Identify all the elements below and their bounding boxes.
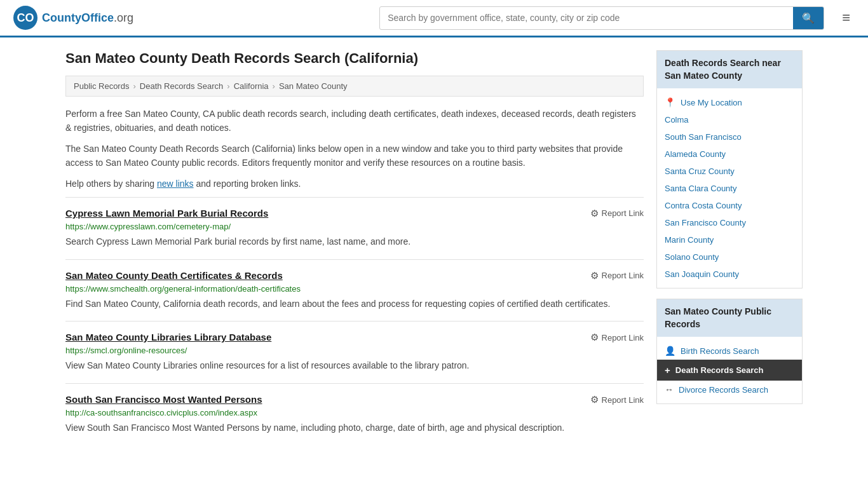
nearby-link-item-5[interactable]: Contra Costa County xyxy=(657,197,802,214)
sidebar: Death Records Search near San Mateo Coun… xyxy=(656,50,803,445)
report-icon-1: ⚙ xyxy=(590,270,599,281)
nearby-links: 📍 Use My Location ColmaSouth San Francis… xyxy=(657,88,802,288)
result-url-2: https://smcl.org/online-resources/ xyxy=(65,346,644,355)
result-item: South San Francisco Most Wanted Persons … xyxy=(65,383,644,445)
nearby-link-1[interactable]: South San Francisco xyxy=(665,132,742,142)
main-content: San Mateo County Death Records Search (C… xyxy=(65,50,644,445)
report-icon-2: ⚙ xyxy=(590,332,599,343)
menu-button[interactable]: ≡ xyxy=(837,7,855,29)
breadcrumb-san-mateo-county: San Mateo County xyxy=(279,81,348,91)
nearby-link-item-0[interactable]: Colma xyxy=(657,111,802,128)
breadcrumb-death-records-search[interactable]: Death Records Search xyxy=(140,81,224,91)
result-title-3[interactable]: South San Francisco Most Wanted Persons xyxy=(65,394,262,405)
search-button[interactable]: 🔍 xyxy=(793,7,824,29)
nearby-link-0[interactable]: Colma xyxy=(665,115,689,125)
nearby-link-9[interactable]: San Joaquin County xyxy=(665,269,739,279)
nearby-link-4[interactable]: Santa Clara County xyxy=(665,184,736,193)
logo-icon: CO xyxy=(13,5,38,30)
results-list: Cypress Lawn Memorial Park Burial Record… xyxy=(65,197,644,445)
search-bar: 🔍 xyxy=(379,6,824,30)
breadcrumb: Public Records › Death Records Search › … xyxy=(65,76,644,97)
nearby-link-item-8[interactable]: Solano County xyxy=(657,248,802,266)
public-records-links: 👤Birth Records Search+Death Records Sear… xyxy=(657,337,802,403)
description-para3: Help others by sharing new links and rep… xyxy=(65,177,644,191)
use-my-location-link[interactable]: Use My Location xyxy=(681,98,742,107)
page-container: San Mateo County Death Records Search (C… xyxy=(53,37,815,458)
pub-icon-0: 👤 xyxy=(665,346,675,356)
description-para1: Perform a free San Mateo County, CA publ… xyxy=(65,107,644,135)
nearby-link-item-6[interactable]: San Francisco County xyxy=(657,214,802,231)
result-item: San Mateo County Death Certificates & Re… xyxy=(65,259,644,322)
result-url-0: https://www.cypresslawn.com/cemetery-map… xyxy=(65,222,644,231)
breadcrumb-california[interactable]: California xyxy=(234,81,269,91)
result-desc-0: Search Cypress Lawn Memorial Park burial… xyxy=(65,235,644,249)
nearby-link-3[interactable]: Santa Cruz County xyxy=(665,166,735,176)
logo-link[interactable]: CO CountyOffice.org xyxy=(13,5,133,30)
public-records-link-2[interactable]: Divorce Records Search xyxy=(679,385,768,395)
public-records-active-1[interactable]: +Death Records Search xyxy=(657,360,802,381)
result-title-1[interactable]: San Mateo County Death Certificates & Re… xyxy=(65,270,283,281)
result-desc-2: View San Mateo County Libraries online r… xyxy=(65,359,644,373)
report-link-0[interactable]: ⚙ Report Link xyxy=(590,208,644,219)
svg-text:CO: CO xyxy=(17,11,34,24)
result-title-0[interactable]: Cypress Lawn Memorial Park Burial Record… xyxy=(65,208,268,219)
pub-icon-2: ↔ xyxy=(665,384,674,395)
site-header: CO CountyOffice.org 🔍 ≡ xyxy=(0,0,868,37)
nearby-link-item-2[interactable]: Alameda County xyxy=(657,146,802,163)
description-para2: The San Mateo County Death Records Searc… xyxy=(65,142,644,170)
public-records-link-item-0[interactable]: 👤Birth Records Search xyxy=(657,342,802,360)
nearby-link-item-1[interactable]: South San Francisco xyxy=(657,128,802,146)
use-my-location-item[interactable]: 📍 Use My Location xyxy=(657,93,802,111)
result-title-2[interactable]: San Mateo County Libraries Library Datab… xyxy=(65,332,271,342)
result-item: San Mateo County Libraries Library Datab… xyxy=(65,321,644,383)
nearby-section: Death Records Search near San Mateo Coun… xyxy=(656,50,803,288)
public-records-link-0[interactable]: Birth Records Search xyxy=(681,346,759,356)
report-icon-3: ⚙ xyxy=(590,394,599,405)
public-records-link-item-2[interactable]: ↔Divorce Records Search xyxy=(657,381,802,398)
report-link-3[interactable]: ⚙ Report Link xyxy=(590,394,644,405)
public-records-section: San Mateo County Public Records 👤Birth R… xyxy=(656,299,803,404)
page-title: San Mateo County Death Records Search (C… xyxy=(65,50,644,67)
breadcrumb-public-records[interactable]: Public Records xyxy=(74,81,129,91)
new-links-link[interactable]: new links xyxy=(157,179,194,189)
nearby-link-item-3[interactable]: Santa Cruz County xyxy=(657,163,802,180)
logo-text: CountyOffice.org xyxy=(42,11,133,25)
public-records-header: San Mateo County Public Records xyxy=(657,299,802,337)
nearby-link-5[interactable]: Contra Costa County xyxy=(665,201,742,210)
nearby-link-item-4[interactable]: Santa Clara County xyxy=(657,180,802,197)
nearby-link-item-7[interactable]: Marin County xyxy=(657,231,802,248)
active-link-label: Death Records Search xyxy=(675,365,764,375)
result-item: Cypress Lawn Memorial Park Burial Record… xyxy=(65,197,644,259)
nearby-link-7[interactable]: Marin County xyxy=(665,235,714,245)
plus-icon: + xyxy=(665,365,670,376)
nearby-link-item-9[interactable]: San Joaquin County xyxy=(657,266,802,283)
result-desc-1: Find San Mateo County, California death … xyxy=(65,297,644,311)
report-icon-0: ⚙ xyxy=(590,208,599,219)
nearby-link-2[interactable]: Alameda County xyxy=(665,149,726,159)
result-desc-3: View South San Francisco Most Wanted Per… xyxy=(65,421,644,435)
report-link-2[interactable]: ⚙ Report Link xyxy=(590,332,644,343)
search-input[interactable] xyxy=(380,8,793,28)
location-pin-icon: 📍 xyxy=(665,97,675,107)
result-url-3: http://ca-southsanfrancisco.civicplus.co… xyxy=(65,408,644,417)
result-url-1: https://www.smchealth.org/general-inform… xyxy=(65,284,644,294)
nearby-header: Death Records Search near San Mateo Coun… xyxy=(657,51,802,88)
report-link-1[interactable]: ⚙ Report Link xyxy=(590,270,644,281)
nearby-link-6[interactable]: San Francisco County xyxy=(665,218,746,227)
nearby-link-8[interactable]: Solano County xyxy=(665,252,719,262)
